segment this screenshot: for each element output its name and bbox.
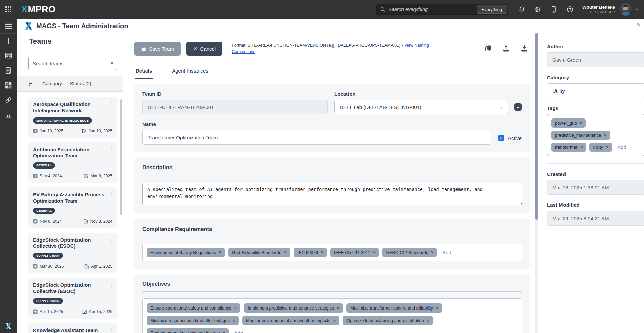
team-card[interactable]: Antibiotic Fermentation Optimization Tea… — [28, 142, 117, 183]
chip-remove-icon[interactable]: × — [606, 145, 608, 150]
team-id-input[interactable] — [142, 100, 328, 114]
notifications-bell-icon[interactable] — [518, 6, 525, 13]
chip: IEEE C57.91-2011× — [330, 248, 379, 257]
app-launcher-grid-icon[interactable] — [4, 5, 13, 14]
description-textarea[interactable]: A specialized team of AI agents for opti… — [142, 183, 522, 205]
chip-remove-icon[interactable]: × — [580, 145, 583, 150]
kebab-menu-icon[interactable]: ⋮ — [109, 191, 114, 197]
scripts-icon[interactable] — [0, 63, 17, 78]
edit-pencil-icon[interactable]: ✎ — [637, 22, 641, 28]
team-category-badge: MANUFACTURING INTELLIGENCE — [33, 117, 92, 124]
team-name-input[interactable] — [142, 130, 491, 145]
created-input[interactable] — [547, 180, 644, 195]
page-header: MAGS - Team Administration ✎ ✕ — [17, 19, 644, 33]
objectives-chipbox[interactable]: Ensure operational safety and compliance… — [142, 298, 522, 333]
compliance-chipbox[interactable]: Environmental Safety Regulations×Grid Re… — [142, 244, 522, 261]
teams-scrollbar[interactable] — [120, 99, 122, 215]
chip: NERC CIP Standards× — [382, 248, 437, 257]
compliance-add[interactable]: Add — [442, 250, 451, 255]
chip-remove-icon[interactable]: × — [604, 133, 606, 138]
chip-remove-icon[interactable]: × — [580, 121, 582, 126]
last-modified-input[interactable] — [547, 211, 644, 226]
global-search-input[interactable] — [388, 7, 477, 12]
add-new-icon[interactable] — [0, 34, 17, 48]
format-text: Format: SITE-AREA-FUNCTION-TEAM-VERSION … — [232, 43, 404, 48]
location-select[interactable]: DELL Lab (DEL-LAB-TESTING-001) ⌄ — [334, 100, 508, 114]
upload-icon[interactable] — [502, 45, 510, 52]
download-icon[interactable] — [520, 45, 528, 52]
author-label: Author — [547, 44, 644, 49]
tab-agent-instances[interactable]: Agent Instances — [171, 65, 209, 79]
chip-remove-icon[interactable]: × — [321, 250, 323, 255]
settings-gear-icon[interactable]: ⚙ — [534, 6, 541, 13]
chip-remove-icon[interactable]: × — [284, 250, 287, 255]
main-scrollbar-track[interactable] — [535, 33, 538, 333]
team-card-name: Knowledge Assistant Team — [33, 327, 112, 333]
calculator-icon[interactable] — [0, 107, 17, 122]
team-category-badge: GENERAL — [33, 162, 55, 169]
main-scrollbar-thumb[interactable] — [535, 33, 538, 220]
team-id-label: Team ID — [142, 91, 328, 97]
chip: transformer× — [551, 143, 586, 152]
chip-remove-icon[interactable]: × — [337, 306, 339, 311]
active-checkbox[interactable]: ✓ — [498, 135, 504, 141]
modified-pencil-icon — [84, 174, 88, 178]
xmpro-logo-rest: MPRO — [28, 4, 56, 14]
team-card[interactable]: Aerospace Qualification Intelligence Net… — [28, 97, 117, 138]
objectives-add[interactable]: Add — [234, 330, 243, 333]
kebab-menu-icon[interactable]: ⋮ — [109, 237, 114, 243]
category-input[interactable] — [547, 83, 644, 98]
team-card[interactable]: EV Battery Assembly Process Optimization… — [28, 187, 117, 228]
kebab-menu-icon[interactable]: ⋮ — [109, 327, 114, 333]
chip-label: transformer — [555, 145, 577, 150]
avatar[interactable] — [619, 3, 632, 16]
widgets-blocks-icon[interactable] — [0, 78, 17, 93]
created-plus-icon — [33, 219, 38, 224]
chip-remove-icon[interactable]: × — [234, 306, 237, 311]
xmpro-logo[interactable]: XMPRO — [21, 4, 56, 15]
cancel-button[interactable]: ✕ Cancel — [186, 42, 222, 56]
filter-status[interactable]: Status (2) — [70, 81, 91, 86]
tags-add[interactable]: Add — [617, 144, 626, 150]
save-team-button[interactable]: Save Team — [134, 42, 181, 56]
user-menu-caret-icon[interactable]: ▼ — [635, 8, 639, 11]
hamburger-menu-icon[interactable] — [0, 19, 17, 34]
chip-label: predictive_maintenance — [555, 133, 601, 138]
tab-details[interactable]: Details — [135, 65, 153, 79]
team-card[interactable]: EdgeStock Optimization Collective (ESOC)… — [28, 233, 117, 274]
kebab-menu-icon[interactable]: ⋮ — [109, 101, 114, 107]
kebab-menu-icon[interactable]: ⋮ — [109, 146, 114, 152]
chip-label: Ensure operational safety and compliance — [150, 305, 231, 311]
connections-link-icon[interactable] — [0, 93, 17, 107]
search-scope-button[interactable]: Everything — [477, 5, 507, 14]
chip-remove-icon[interactable]: × — [333, 318, 336, 323]
app-designer-icon[interactable] — [0, 48, 17, 63]
chip-remove-icon[interactable]: × — [427, 318, 429, 323]
chip-remove-icon[interactable]: × — [233, 318, 235, 323]
chip-remove-icon[interactable]: × — [219, 250, 221, 255]
created-plus-icon — [33, 264, 38, 269]
filter-category[interactable]: Category — [42, 81, 62, 86]
chip-remove-icon[interactable]: × — [373, 250, 375, 255]
team-modified-date: Nov 8, 2024 — [84, 219, 112, 224]
teams-search-input[interactable] — [28, 57, 117, 70]
clear-search-icon[interactable]: × — [110, 60, 114, 66]
tags-chipbox[interactable]: power_grid×predictive_maintenance×transf… — [547, 114, 644, 156]
chip: Monitor environmental and weather impact… — [242, 316, 339, 325]
mobile-device-icon[interactable] — [550, 6, 557, 13]
team-card[interactable]: Knowledge Assistant Team⋮GENERAL — [28, 323, 117, 333]
chip-remove-icon[interactable]: × — [436, 306, 438, 311]
help-icon[interactable]: ? — [566, 6, 574, 13]
modified-pencil-icon — [82, 129, 87, 133]
chip-remove-icon[interactable]: × — [431, 250, 433, 255]
global-search-bar[interactable]: Everything — [376, 4, 508, 15]
filter-icon[interactable] — [28, 81, 34, 86]
active-checkbox-wrap[interactable]: ✓ Active — [498, 135, 522, 141]
user-menu[interactable]: Wouter Beneke DESIGN USER — [582, 5, 615, 14]
author-input[interactable] — [547, 52, 644, 67]
chip-remove-icon[interactable]: × — [223, 331, 225, 333]
kebab-menu-icon[interactable]: ⋮ — [109, 282, 114, 288]
copy-icon[interactable] — [485, 45, 492, 52]
add-location-button[interactable]: + — [514, 103, 522, 111]
team-card[interactable]: EdgeStock Optimization Collective (ESOC)… — [28, 278, 117, 319]
